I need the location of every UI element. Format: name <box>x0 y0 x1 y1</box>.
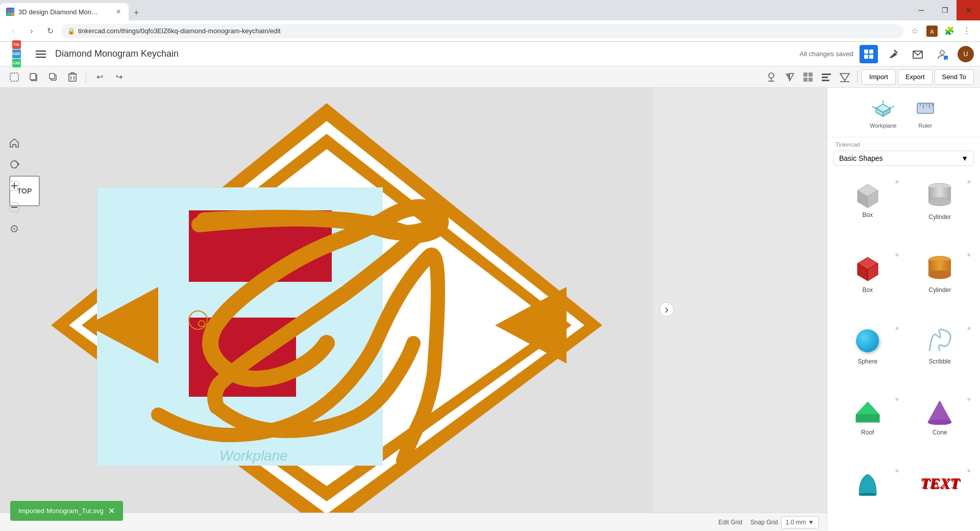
shape-scribble[interactable]: ★ Scribble <box>906 323 974 390</box>
save-status: All changes saved <box>799 50 853 58</box>
workplane-tool[interactable]: Workplane <box>870 96 896 129</box>
mirror-button[interactable] <box>781 69 798 85</box>
browser-tab[interactable]: 3D design Diamond Monogram... ✕ <box>0 3 129 20</box>
shape-star-icon[interactable]: ★ <box>894 325 900 332</box>
toast-notification: Imported Monogram_Tut.svg ✕ <box>10 501 123 521</box>
shape-star-icon[interactable]: ★ <box>894 251 900 258</box>
tinkercad-logo[interactable]: TIN KER CAD <box>6 44 27 64</box>
shape-cylinder-gray[interactable]: ★ Cylinder <box>906 176 974 245</box>
extensions-button[interactable]: 🧩 <box>942 24 957 38</box>
svg-text:Workplane: Workplane <box>219 448 288 464</box>
align-button[interactable] <box>818 69 835 85</box>
hamburger-menu[interactable] <box>32 45 50 63</box>
tab-favicon <box>6 8 14 16</box>
scribble-icon <box>926 327 954 355</box>
undo-button[interactable]: ↩ <box>91 69 108 85</box>
account-button[interactable]: + <box>933 45 951 63</box>
shape-box-red[interactable]: ★ Box <box>834 249 902 318</box>
shape-star-icon[interactable]: ★ <box>966 251 972 258</box>
cylinder-orange-icon <box>924 253 955 283</box>
shape-text3d[interactable]: ★ TEXT <box>906 465 974 525</box>
shape-cylinder-gray-label: Cylinder <box>928 213 951 221</box>
svg-rect-35 <box>822 80 829 81</box>
svg-rect-7 <box>869 50 873 54</box>
zoom-in-button[interactable] <box>5 177 23 195</box>
logo-ker: KER <box>12 50 21 58</box>
home-view-button[interactable] <box>5 134 23 152</box>
toast-close-button[interactable]: ✕ <box>108 506 115 516</box>
bookmark-button[interactable]: ☆ <box>908 24 922 38</box>
shape-star-icon[interactable]: ★ <box>966 467 972 474</box>
box-gray-icon <box>852 180 883 208</box>
delete-button[interactable] <box>64 69 81 85</box>
svg-rect-33 <box>822 74 831 75</box>
fit-view-button[interactable] <box>5 220 23 238</box>
shape-box-gray[interactable]: ★ Box <box>834 176 902 245</box>
svg-marker-145 <box>928 401 951 422</box>
shape-star-icon[interactable]: ★ <box>966 396 972 403</box>
shape-star-icon[interactable]: ★ <box>894 396 900 403</box>
shape-cone-label: Cone <box>933 429 947 436</box>
shape-sphere-label: Sphere <box>857 358 877 365</box>
redo-button[interactable]: ↪ <box>111 69 127 85</box>
grid-view-button[interactable] <box>860 45 878 63</box>
duplicate-button[interactable] <box>45 69 61 85</box>
svg-marker-143 <box>856 402 879 415</box>
shape-cylinder-orange[interactable]: ★ Cylinder <box>906 249 974 318</box>
shape-star-icon[interactable]: ★ <box>894 467 900 474</box>
refresh-button[interactable]: ↻ <box>43 24 57 38</box>
send-to-button[interactable]: Send To <box>935 69 974 85</box>
build-button[interactable] <box>884 45 902 63</box>
rotate-view-button[interactable] <box>5 155 23 174</box>
shape-cone[interactable]: ★ Cone <box>906 394 974 461</box>
svg-rect-18 <box>50 74 55 79</box>
export-button[interactable]: Export <box>898 69 933 85</box>
toast-message: Imported Monogram_Tut.svg <box>18 507 103 515</box>
flip-button[interactable] <box>837 69 853 85</box>
new-tab-button[interactable]: + <box>129 5 144 20</box>
select-all-button[interactable] <box>6 69 22 85</box>
shape-star-icon[interactable]: ★ <box>966 325 972 332</box>
snap-grid-arrow[interactable]: ▼ <box>808 519 814 526</box>
canvas-area[interactable]: TOP <box>0 88 827 531</box>
cone-icon <box>926 398 954 426</box>
close-button[interactable]: ✕ <box>957 0 980 20</box>
ruler-tool[interactable]: Ruler <box>913 96 938 129</box>
edit-grid-label[interactable]: Edit Grid <box>718 519 742 526</box>
send-button[interactable] <box>909 45 927 63</box>
design-canvas[interactable]: // Horizontal lines for(let y = 195; y <… <box>0 88 653 531</box>
import-button[interactable]: Import <box>862 69 896 85</box>
shape-paraboloid[interactable]: ★ <box>834 465 902 525</box>
url-text: tinkercad.com/things/0qfo3ElZ6kq-diamond… <box>78 27 281 35</box>
snap-grid-control: Snap Grid 1.0 mm ▼ <box>750 516 819 528</box>
panel-collapse-button[interactable]: › <box>659 302 674 317</box>
copy-button[interactable] <box>26 69 42 85</box>
shape-star-icon[interactable]: ★ <box>894 178 900 185</box>
shape-star-icon[interactable]: ★ <box>966 178 972 185</box>
zoom-out-button[interactable] <box>5 198 23 216</box>
shape-roof-label: Roof <box>861 429 874 436</box>
header-right: All changes saved + U <box>799 45 974 63</box>
shape-sphere[interactable]: ★ Sphere <box>834 323 902 390</box>
snap-to-ground-button[interactable] <box>763 69 779 85</box>
menu-button[interactable]: ⋮ <box>960 24 974 38</box>
group-button[interactable] <box>800 69 816 85</box>
view-controls <box>5 134 23 238</box>
forward-button[interactable]: › <box>24 24 39 38</box>
user-avatar[interactable]: U <box>958 46 974 62</box>
maximize-button[interactable]: ❐ <box>933 0 957 20</box>
shapes-dropdown[interactable]: Basic Shapes ▼ <box>834 151 974 166</box>
shapes-grid: ★ Box ★ <box>827 170 980 531</box>
svg-point-136 <box>928 198 951 206</box>
profile-icon[interactable]: A <box>925 24 939 38</box>
logo-tin: TIN <box>12 40 21 49</box>
tab-close-button[interactable]: ✕ <box>114 8 122 16</box>
tab-title: 3D design Diamond Monogram... <box>18 8 100 16</box>
shape-roof[interactable]: ★ Roof <box>834 394 902 461</box>
back-button[interactable]: ‹ <box>6 24 20 38</box>
snap-grid-input[interactable]: 1.0 mm ▼ <box>781 516 819 528</box>
panel-tools: Workplane Ruler <box>827 88 980 137</box>
address-bar[interactable]: 🔒 tinkercad.com/things/0qfo3ElZ6kq-diamo… <box>61 24 903 38</box>
minimize-button[interactable]: ─ <box>910 0 933 20</box>
svg-rect-30 <box>808 73 813 77</box>
